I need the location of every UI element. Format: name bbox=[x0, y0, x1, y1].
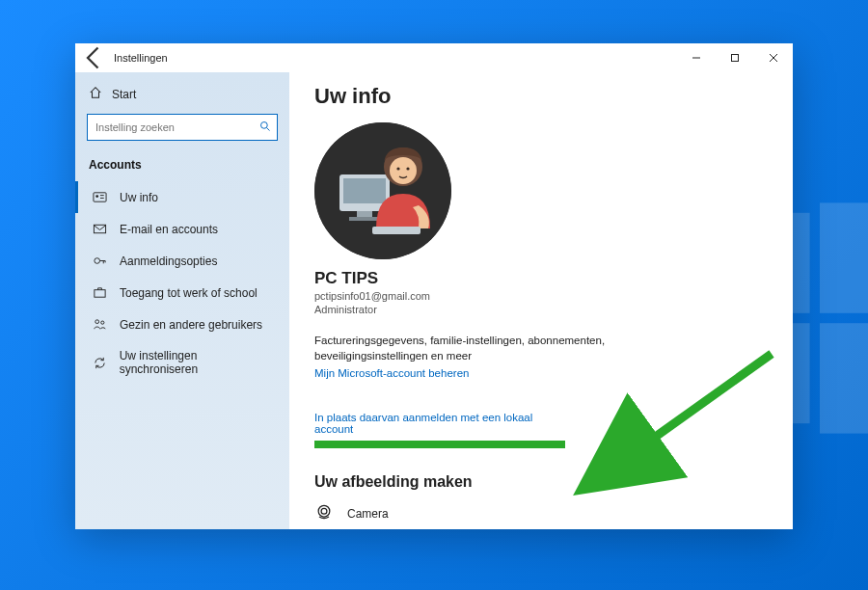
sidebar-item-label: Uw info bbox=[120, 191, 158, 204]
svg-line-32 bbox=[637, 354, 772, 450]
window-title: Instellingen bbox=[114, 52, 168, 64]
annotation-highlight bbox=[314, 441, 565, 448]
svg-point-13 bbox=[95, 258, 100, 264]
sidebar-item-label: Toegang tot werk of school bbox=[120, 286, 258, 300]
sidebar-item-label: Gezin en andere gebruikers bbox=[120, 318, 262, 332]
briefcase-icon bbox=[92, 285, 108, 300]
settings-window: Instellingen Start bbox=[75, 43, 793, 529]
svg-point-30 bbox=[318, 506, 330, 518]
sidebar-item-your-info[interactable]: Uw info bbox=[75, 181, 289, 213]
person-card-icon bbox=[92, 190, 108, 204]
close-button[interactable] bbox=[754, 43, 793, 72]
svg-rect-1 bbox=[820, 202, 868, 312]
maximize-button[interactable] bbox=[716, 43, 754, 72]
home-label: Start bbox=[112, 88, 136, 101]
svg-point-9 bbox=[95, 195, 98, 198]
svg-rect-8 bbox=[94, 193, 106, 201]
search-input[interactable] bbox=[94, 121, 259, 134]
sidebar-item-work-school[interactable]: Toegang tot werk of school bbox=[75, 277, 289, 308]
svg-point-28 bbox=[406, 167, 409, 170]
svg-point-6 bbox=[261, 121, 268, 128]
svg-rect-17 bbox=[95, 290, 105, 298]
titlebar: Instellingen bbox=[75, 43, 793, 72]
svg-rect-22 bbox=[343, 178, 386, 203]
account-username: PC TIPS bbox=[314, 269, 768, 288]
account-email: pctipsinfo01@gmail.com bbox=[314, 290, 768, 302]
svg-rect-5 bbox=[732, 55, 739, 62]
home-button[interactable]: Start bbox=[75, 78, 289, 110]
svg-point-27 bbox=[396, 167, 399, 170]
svg-rect-24 bbox=[349, 217, 380, 221]
svg-rect-12 bbox=[94, 225, 105, 232]
home-icon bbox=[89, 86, 102, 102]
sidebar-item-signin-options[interactable]: Aanmeldingsopties bbox=[75, 245, 289, 277]
page-heading: Uw info bbox=[314, 84, 768, 109]
back-button[interactable] bbox=[81, 44, 108, 71]
sidebar-item-family-users[interactable]: Gezin en andere gebruikers bbox=[75, 308, 289, 340]
main-content: Uw info bbox=[289, 72, 793, 529]
svg-point-31 bbox=[321, 508, 327, 514]
svg-point-26 bbox=[390, 157, 417, 184]
minimize-button[interactable] bbox=[677, 43, 716, 72]
make-picture-heading: Uw afbeelding maken bbox=[314, 473, 768, 491]
account-role: Administrator bbox=[314, 304, 768, 315]
key-icon bbox=[92, 254, 108, 268]
camera-label: Camera bbox=[347, 507, 389, 521]
search-box[interactable] bbox=[87, 114, 278, 141]
sidebar-item-label: E-mail en accounts bbox=[120, 223, 218, 236]
sidebar-section-title: Accounts bbox=[75, 154, 289, 181]
sidebar: Start Accounts Uw info E-mail en acc bbox=[75, 72, 289, 529]
signin-local-account-link[interactable]: In plaats daarvan aanmelden met een loka… bbox=[314, 412, 565, 435]
svg-point-19 bbox=[101, 321, 104, 324]
people-icon bbox=[92, 317, 108, 332]
sidebar-item-label: Uw instellingen synchroniseren bbox=[120, 349, 276, 376]
window-controls bbox=[677, 43, 793, 72]
search-icon bbox=[259, 121, 271, 135]
camera-option[interactable]: Camera bbox=[314, 502, 768, 524]
svg-rect-3 bbox=[820, 323, 868, 433]
profile-avatar bbox=[314, 122, 451, 259]
camera-icon bbox=[314, 502, 334, 524]
manage-microsoft-account-link[interactable]: Mijn Microsoft-account beheren bbox=[314, 367, 469, 379]
sync-icon bbox=[92, 356, 108, 370]
svg-line-7 bbox=[267, 127, 270, 130]
sidebar-item-sync-settings[interactable]: Uw instellingen synchroniseren bbox=[75, 340, 289, 385]
svg-point-18 bbox=[95, 320, 99, 324]
billing-text: Factureringsgegevens, familie-instelling… bbox=[314, 333, 633, 363]
mail-icon bbox=[92, 222, 108, 236]
svg-rect-23 bbox=[357, 211, 372, 217]
sidebar-item-label: Aanmeldingsopties bbox=[120, 255, 217, 268]
svg-rect-29 bbox=[372, 227, 420, 234]
sidebar-item-email-accounts[interactable]: E-mail en accounts bbox=[75, 213, 289, 245]
annotation-arrow bbox=[617, 350, 781, 466]
